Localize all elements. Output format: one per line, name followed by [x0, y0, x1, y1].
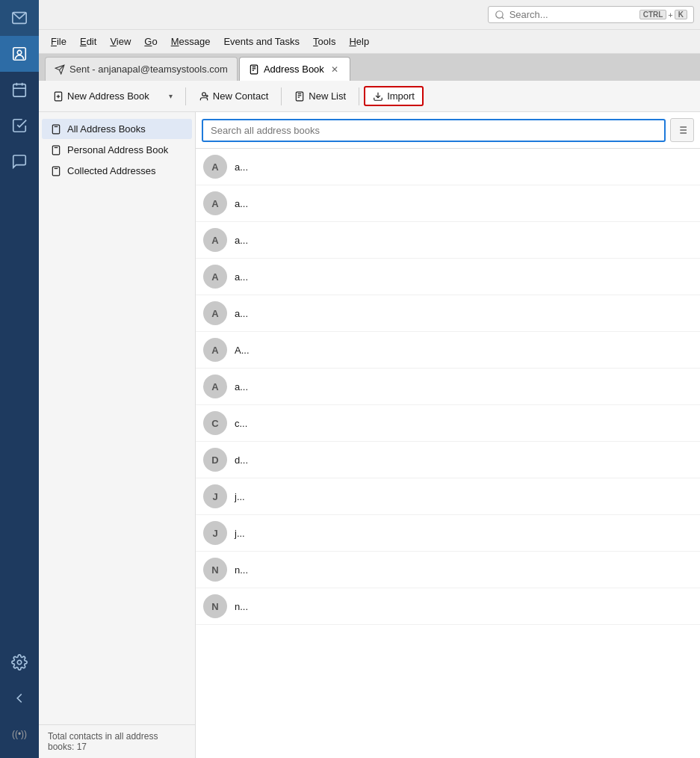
- menu-help[interactable]: Help: [343, 34, 375, 49]
- avatar: N: [203, 594, 227, 618]
- email-icon[interactable]: [0, 0, 39, 36]
- list-item[interactable]: A A...: [196, 332, 700, 369]
- contact-name: a...: [235, 271, 248, 283]
- import-icon: [373, 91, 383, 102]
- search-icon: [495, 10, 505, 20]
- new-address-book-label: New Address Book: [67, 90, 149, 102]
- toolbar-divider-3: [359, 87, 359, 105]
- contact-name: a...: [235, 381, 248, 392]
- main-content-panel: A a... A a... A a... A a... A a...: [196, 112, 700, 758]
- avatar: A: [203, 375, 227, 398]
- address-book-tab-label: Address Book: [264, 64, 324, 75]
- svg-rect-3: [13, 84, 26, 97]
- dropdown-arrow-icon: ▾: [169, 92, 173, 100]
- avatar: A: [203, 265, 227, 289]
- toolbar-divider-1: [185, 87, 186, 105]
- all-address-books-label: All Address Books: [67, 123, 146, 135]
- contact-list: A a... A a... A a... A a... A a...: [196, 149, 700, 758]
- back-icon[interactable]: [0, 680, 39, 716]
- app-sidebar: ((•)): [0, 0, 39, 758]
- avatar: A: [203, 228, 227, 252]
- personal-address-book-label: Personal Address Book: [67, 144, 168, 155]
- menu-events-tasks[interactable]: Events and Tasks: [217, 34, 306, 49]
- avatar: A: [203, 301, 227, 325]
- send-icon: [55, 64, 65, 75]
- contact-search-area: [196, 112, 700, 149]
- address-book-icon: [249, 64, 259, 75]
- address-book-tab[interactable]: Address Book ✕: [239, 57, 350, 81]
- toolbar-divider-2: [281, 87, 282, 105]
- contact-name: a...: [235, 235, 248, 246]
- avatar: J: [203, 521, 227, 545]
- search-box[interactable]: CTRL + K: [488, 6, 694, 23]
- address-book-search-input[interactable]: [202, 119, 666, 142]
- list-item[interactable]: A a...: [196, 295, 700, 332]
- contact-name: A...: [235, 345, 250, 356]
- list-item[interactable]: A a...: [196, 149, 700, 185]
- plus-sign: +: [668, 10, 672, 19]
- filter-button[interactable]: [670, 118, 694, 142]
- personal-address-book-item[interactable]: Personal Address Book: [42, 140, 192, 160]
- wifi-icon: ((•)): [0, 716, 39, 752]
- list-item[interactable]: C c...: [196, 405, 700, 442]
- content-area: All Address Books Personal Address Book …: [39, 112, 700, 758]
- import-label: Import: [387, 90, 415, 102]
- avatar: A: [203, 155, 227, 179]
- new-address-book-dropdown[interactable]: ▾: [161, 88, 181, 104]
- menu-go[interactable]: Go: [138, 34, 163, 49]
- contact-name: j...: [235, 491, 245, 502]
- new-address-book-icon: [53, 91, 64, 102]
- toolbar: New Address Book ▾ New Contact New List …: [39, 81, 700, 112]
- menu-message[interactable]: Message: [165, 34, 217, 49]
- new-contact-label: New Contact: [213, 90, 268, 102]
- new-address-book-button[interactable]: New Address Book: [45, 87, 158, 105]
- sent-tab[interactable]: Sent - anjanapal@teamsystools.com: [45, 57, 238, 81]
- avatar: N: [203, 558, 227, 582]
- menu-tools[interactable]: Tools: [307, 34, 341, 49]
- new-list-button[interactable]: New List: [286, 87, 354, 105]
- contact-name: n...: [235, 564, 248, 576]
- k-key: K: [675, 10, 687, 19]
- tasks-icon[interactable]: [0, 108, 39, 144]
- sidebar-panel: All Address Books Personal Address Book …: [39, 112, 196, 758]
- list-item[interactable]: J j...: [196, 478, 700, 515]
- list-item[interactable]: D d...: [196, 442, 700, 478]
- avatar: A: [203, 338, 227, 362]
- contact-name: n...: [235, 601, 248, 612]
- list-item[interactable]: A a...: [196, 259, 700, 295]
- new-contact-button[interactable]: New Contact: [191, 87, 276, 105]
- contact-count-footer: Total contacts in all address books: 17: [39, 724, 195, 758]
- menu-bar: File Edit View Go Message Events and Tas…: [39, 30, 700, 54]
- avatar: J: [203, 484, 227, 508]
- import-button[interactable]: Import: [364, 86, 424, 106]
- menu-view[interactable]: View: [104, 34, 137, 49]
- list-item[interactable]: N n...: [196, 588, 700, 625]
- list-item[interactable]: A a...: [196, 369, 700, 405]
- tab-close-button[interactable]: ✕: [329, 64, 341, 76]
- svg-point-19: [202, 92, 206, 96]
- personal-book-icon: [51, 145, 61, 155]
- menu-edit[interactable]: Edit: [74, 34, 102, 49]
- svg-point-7: [17, 660, 22, 665]
- address-book-list: All Address Books Personal Address Book …: [39, 112, 195, 724]
- contact-count-text: Total contacts in all address books: 17: [48, 731, 158, 752]
- tab-bar: Sent - anjanapal@teamsystools.com Addres…: [39, 54, 700, 81]
- contacts-icon[interactable]: [0, 36, 39, 72]
- list-item[interactable]: N n...: [196, 552, 700, 588]
- collected-addresses-label: Collected Addresses: [67, 165, 156, 176]
- top-bar: CTRL + K: [39, 0, 700, 30]
- avatar: D: [203, 448, 227, 472]
- list-item[interactable]: A a...: [196, 222, 700, 259]
- menu-file[interactable]: File: [45, 34, 72, 49]
- list-item[interactable]: A a...: [196, 185, 700, 222]
- all-address-books-item[interactable]: All Address Books: [42, 119, 192, 139]
- chat-icon[interactable]: [0, 144, 39, 179]
- list-item[interactable]: J j...: [196, 515, 700, 552]
- sent-tab-label: Sent - anjanapal@teamsystools.com: [69, 64, 228, 75]
- collected-addresses-item[interactable]: Collected Addresses: [42, 161, 192, 181]
- contact-name: j...: [235, 528, 245, 539]
- settings-icon[interactable]: [0, 644, 39, 680]
- calendar-icon[interactable]: [0, 72, 39, 108]
- svg-point-8: [495, 10, 502, 17]
- search-input[interactable]: [509, 9, 635, 20]
